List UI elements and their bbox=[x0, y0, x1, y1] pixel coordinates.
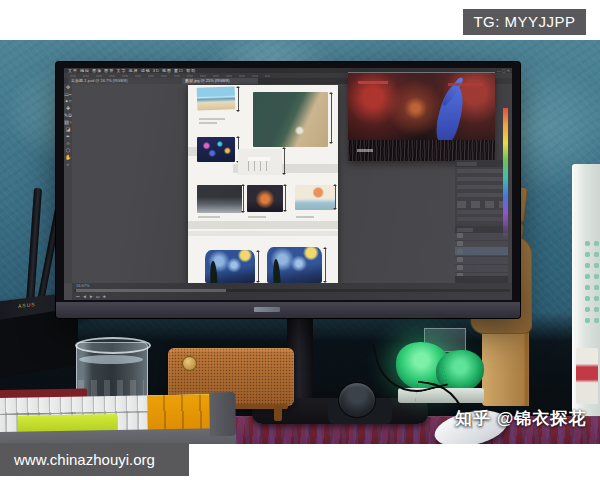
aerial-beach-photo-thumbnail bbox=[253, 92, 328, 147]
beach-photo-thumbnail bbox=[197, 86, 236, 110]
glass-rim bbox=[75, 337, 151, 354]
monitor-logo bbox=[254, 307, 280, 312]
overlay-caption-bar bbox=[358, 81, 387, 84]
neon-city-photo-thumbnail bbox=[197, 137, 235, 162]
properties-panel bbox=[457, 169, 506, 199]
misty-forest-photo-thumbnail bbox=[197, 185, 242, 213]
desk-photo: ASUS 文件 编辑 图像 图层 文字 选择 滤镜 3D 视图 窗口 帮助 — … bbox=[0, 40, 600, 444]
caption-text-line bbox=[296, 216, 314, 218]
caption-text-line bbox=[199, 122, 217, 124]
dimension-arrow bbox=[238, 87, 239, 111]
dimension-arrow bbox=[331, 93, 332, 143]
layer-thumbnails bbox=[457, 233, 463, 276]
dimension-arrow bbox=[285, 185, 286, 211]
panel-header bbox=[455, 160, 508, 167]
timeline-transport-icons: ⏮ ◀ ▶ ⏭ ◆ bbox=[76, 294, 107, 299]
overlay-caption-bar bbox=[357, 149, 373, 153]
website-watermark: www.chinazhouyi.org bbox=[0, 443, 189, 476]
photoshop-toolbar: ✥▭⌁✦⌗✚✎⧉▨◔◪✒⌯⬡✋⌕ bbox=[64, 84, 72, 283]
sunset-mountain-photo-thumbnail bbox=[247, 185, 283, 212]
mechanical-keyboard bbox=[0, 390, 239, 444]
layers-panel bbox=[455, 233, 508, 276]
overlay-caption-bar bbox=[448, 83, 483, 86]
photoshop-panels bbox=[455, 160, 508, 283]
document-page bbox=[188, 85, 338, 283]
gray-band bbox=[188, 231, 338, 236]
dimension-arrow bbox=[258, 251, 259, 282]
caption-text-line bbox=[199, 118, 225, 120]
pc-case-vents bbox=[583, 238, 600, 324]
monitor-bezel bbox=[56, 302, 520, 318]
zhihu-author-watermark: 知乎 @锦衣探花 bbox=[455, 407, 586, 430]
scrollbar-thumb bbox=[76, 289, 226, 292]
keyboard-case-edge bbox=[209, 392, 236, 436]
dimension-arrow bbox=[284, 148, 285, 174]
monitor-screen: 文件 编辑 图像 图层 文字 选择 滤镜 3D 视图 窗口 帮助 — ▢ ✕ 未… bbox=[64, 68, 512, 300]
caption-text-line bbox=[198, 216, 220, 218]
starry-night-tapestry-thumbnail bbox=[267, 247, 322, 283]
stool-photo-thumbnail bbox=[238, 149, 282, 175]
status-zoom-label: 16.67% bbox=[76, 283, 90, 288]
caption-text-line bbox=[248, 216, 266, 218]
dimension-arrow bbox=[335, 185, 336, 209]
dimension-arrow bbox=[243, 185, 244, 212]
starry-night-tapestry-thumbnail bbox=[205, 250, 255, 283]
gray-band bbox=[188, 221, 338, 229]
horizontal-scrollbar bbox=[74, 289, 510, 292]
wooden-hand-wrist bbox=[482, 328, 524, 406]
screenshot-stage: ASUS 文件 编辑 图像 图层 文字 选择 滤镜 3D 视图 窗口 帮助 — … bbox=[0, 0, 600, 480]
sun-sea-art-thumbnail bbox=[295, 185, 335, 210]
water-surface bbox=[79, 355, 143, 364]
volume-knob-dial bbox=[338, 382, 376, 418]
speaker-logo bbox=[182, 356, 197, 371]
desk-side-item bbox=[576, 348, 598, 404]
adjustments-panel bbox=[457, 210, 506, 224]
dimension-arrow bbox=[325, 248, 326, 282]
floating-video-window bbox=[348, 72, 495, 161]
layers-panel-header bbox=[455, 226, 508, 233]
timeline-panel: 16.67% ⏮ ◀ ▶ ⏭ ◆ bbox=[72, 283, 512, 300]
panel-footer bbox=[455, 276, 508, 283]
color-gradient-strip bbox=[503, 108, 508, 240]
monitor: 文件 编辑 图像 图层 文字 选择 滤镜 3D 视图 窗口 帮助 — ▢ ✕ 未… bbox=[56, 62, 520, 318]
telegram-watermark: TG: MYYJJPP bbox=[463, 9, 586, 35]
speaker-stand-leg bbox=[274, 406, 282, 421]
panel-buttons bbox=[457, 201, 506, 208]
yellow-key-cluster bbox=[147, 394, 218, 431]
